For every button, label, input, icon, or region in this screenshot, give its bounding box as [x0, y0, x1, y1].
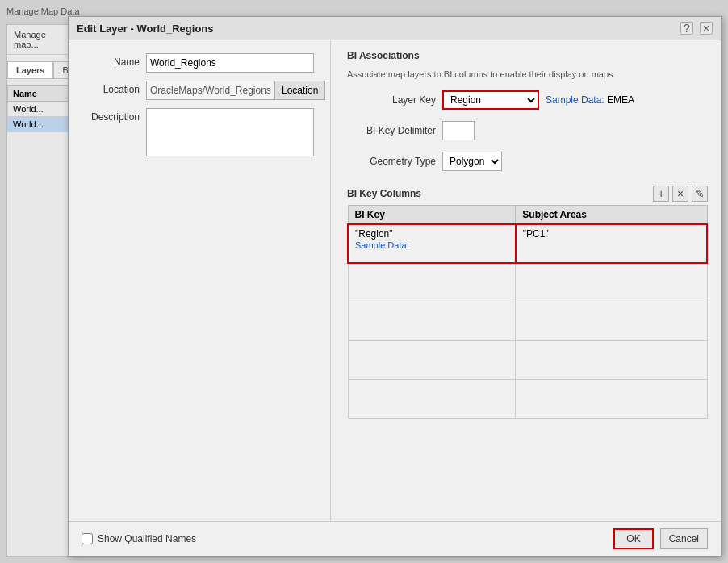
layer-key-row: Layer Key Region Sample Data: EMEA	[347, 90, 708, 110]
bi-key-cell	[348, 263, 516, 302]
description-textarea[interactable]	[146, 108, 314, 156]
bi-key-row[interactable]	[348, 263, 707, 302]
bi-key-row[interactable]: "Region" Sample Data: "PC1"	[348, 224, 707, 263]
bi-key-columns-title: BI Key Columns	[347, 188, 421, 199]
row-name-cell: World...	[8, 117, 77, 132]
location-row: Location	[146, 81, 325, 100]
description-field-row: Description	[82, 108, 314, 156]
subject-areas-cell	[516, 263, 707, 302]
bi-key-header: BI Key Columns + × ✎	[347, 186, 708, 202]
bi-key-actions: + × ✎	[653, 186, 708, 202]
show-qualified-names-label: Show Qualified Names	[98, 533, 196, 544]
col-name-header: Name	[8, 86, 77, 102]
cancel-button[interactable]: Cancel	[660, 528, 708, 549]
bi-key-cell	[348, 302, 516, 340]
layer-key-select[interactable]: Region	[442, 90, 539, 110]
add-bi-key-button[interactable]: +	[653, 186, 669, 202]
behind-panel: Manage map... Layers B... Name World... …	[6, 24, 77, 557]
right-panel: BI Associations Associate map layers to …	[334, 40, 721, 521]
subject-areas-cell: "PC1"	[516, 224, 707, 263]
name-field-row: Name	[82, 53, 314, 73]
tab-layers[interactable]: Layers	[7, 61, 53, 78]
subject-areas-cell	[516, 302, 707, 340]
delimiter-input[interactable]	[442, 121, 475, 140]
table-row[interactable]: World...	[8, 102, 77, 117]
location-label: Location	[82, 81, 140, 95]
bi-key-columns-section: BI Key Columns + × ✎ BI Key Subject Area…	[347, 186, 708, 511]
footer-buttons: OK Cancel	[613, 528, 708, 549]
table-row[interactable]: World...	[8, 117, 77, 132]
col-subject-areas-header: Subject Areas	[516, 206, 707, 225]
subject-areas-cell	[516, 379, 707, 418]
bi-key-table: BI Key Subject Areas "Region" Sample Dat…	[347, 205, 708, 419]
left-panel: Name Location Location Description	[69, 40, 327, 521]
bi-key-row[interactable]	[348, 379, 707, 418]
behind-panel-title: Manage map...	[7, 25, 77, 55]
location-field-row: Location Location	[82, 81, 314, 100]
footer-left: Show Qualified Names	[82, 533, 196, 544]
location-input[interactable]	[146, 81, 274, 100]
close-button[interactable]: ×	[700, 22, 713, 35]
outer-window-title: Manage Map Data	[6, 6, 80, 16]
layers-table: Name World... World...	[7, 85, 77, 132]
sample-data-link[interactable]: Sample Data:	[546, 94, 607, 106]
subject-areas-cell	[516, 340, 707, 379]
bi-key-delimiter-row: BI Key Delimiter	[347, 121, 708, 140]
bi-key-row[interactable]	[348, 340, 707, 379]
outer-background: Manage Map Data Manage map... Layers B..…	[0, 0, 728, 563]
dialog-title: Edit Layer - World_Regions	[77, 23, 214, 35]
dialog-titlebar: Edit Layer - World_Regions ? ×	[69, 17, 721, 40]
vertical-divider	[330, 40, 331, 521]
layer-key-label: Layer Key	[347, 94, 436, 106]
show-qualified-names-checkbox[interactable]	[82, 533, 93, 544]
name-label: Name	[82, 53, 140, 68]
sample-data-value: EMEA	[607, 94, 634, 106]
ok-button[interactable]: OK	[613, 528, 653, 549]
delete-bi-key-button[interactable]: ×	[672, 186, 688, 202]
col-bi-key-header: BI Key	[348, 206, 516, 225]
bi-associations-desc: Associate map layers to BI columns to en…	[347, 69, 708, 79]
bi-key-cell	[348, 340, 516, 379]
bi-key-delimiter-label: BI Key Delimiter	[347, 125, 436, 136]
help-button[interactable]: ?	[680, 22, 693, 35]
bi-key-cell: "Region" Sample Data:	[348, 224, 516, 263]
edit-bi-key-button[interactable]: ✎	[692, 186, 708, 202]
location-button[interactable]: Location	[274, 81, 325, 100]
name-input[interactable]	[146, 53, 314, 73]
bi-key-row[interactable]	[348, 302, 707, 340]
sample-data-cell-link[interactable]: Sample Data:	[355, 240, 409, 250]
description-label: Description	[82, 108, 140, 123]
sample-data-label: Sample Data: EMEA	[546, 94, 634, 106]
geometry-type-select[interactable]: Polygon	[442, 152, 502, 171]
bi-key-cell	[348, 379, 516, 418]
dialog-body: Name Location Location Description	[69, 40, 721, 521]
edit-layer-dialog: Edit Layer - World_Regions ? × Name Loca…	[68, 16, 722, 557]
bi-associations-title: BI Associations	[347, 50, 708, 61]
geometry-type-label: Geometry Type	[347, 156, 436, 167]
geometry-type-row: Geometry Type Polygon	[347, 152, 708, 171]
dialog-footer: Show Qualified Names OK Cancel	[69, 521, 721, 556]
titlebar-icons: ? ×	[680, 22, 713, 35]
row-name-cell: World...	[8, 102, 77, 117]
